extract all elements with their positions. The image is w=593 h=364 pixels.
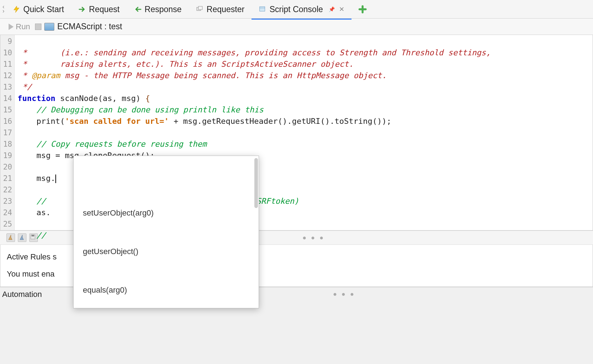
tab-label: Quick Start [23, 5, 64, 14]
play-icon [9, 24, 14, 30]
tab-scroll-left-icon[interactable]: ‹› [1, 5, 5, 16]
tabs-bar: ‹› Quick Start Request Response Requeste… [0, 0, 593, 19]
run-label: Run [16, 22, 30, 31]
pin-icon[interactable]: 📌 [329, 6, 335, 12]
script-icon [259, 5, 266, 13]
windows-icon [196, 5, 204, 13]
clear-all-icon[interactable] [18, 233, 26, 242]
script-toolbar: Run ECMAScript : test [0, 19, 593, 35]
engine-icon [44, 23, 54, 31]
clear-icon[interactable] [6, 233, 15, 242]
stop-button[interactable] [35, 24, 41, 30]
add-tab-button[interactable] [352, 2, 374, 19]
scrollbar-thumb[interactable] [254, 158, 258, 208]
run-button[interactable]: Run [6, 21, 32, 32]
tab-label: Response [145, 5, 182, 14]
status-automation[interactable]: Automation [2, 290, 42, 299]
line-gutter: 9 10 11 12 13 14 15 16 17 18 19 20 21 22… [0, 35, 15, 230]
svg-rect-2 [260, 7, 265, 11]
autocomplete-item[interactable]: getUserObject() [74, 244, 259, 259]
arrow-right-icon [78, 5, 86, 13]
tab-label: Request [89, 5, 120, 14]
drag-handle-icon[interactable]: ● ● ● [333, 290, 355, 298]
tab-label: Script Console [269, 5, 323, 14]
autocomplete-item[interactable]: equals(arg0) [74, 282, 259, 298]
engine-label: ECMAScript : test [57, 22, 122, 31]
tab-label: Requester [206, 5, 244, 14]
close-icon[interactable]: ✕ [339, 5, 344, 13]
tab-requester[interactable]: Requester [189, 1, 251, 20]
code-content[interactable]: * (i.e.: sending and receiving messages,… [15, 35, 593, 230]
tab-quick-start[interactable]: Quick Start [5, 1, 71, 20]
text-cursor [55, 175, 56, 183]
tab-request[interactable]: Request [71, 1, 127, 20]
autocomplete-item[interactable]: setUserObject(arg0) [74, 205, 259, 221]
lightning-icon [13, 5, 20, 13]
svg-rect-1 [199, 6, 203, 10]
code-editor[interactable]: 9 10 11 12 13 14 15 16 17 18 19 20 21 22… [0, 35, 593, 231]
tab-response[interactable]: Response [127, 1, 189, 20]
tab-script-console[interactable]: Script Console 📌 ✕ [251, 1, 352, 20]
arrow-left-icon [134, 5, 142, 13]
autocomplete-popup[interactable]: setUserObject(arg0) getUserObject() equa… [73, 156, 259, 308]
drag-handle-icon[interactable]: ● ● ● [303, 234, 325, 241]
